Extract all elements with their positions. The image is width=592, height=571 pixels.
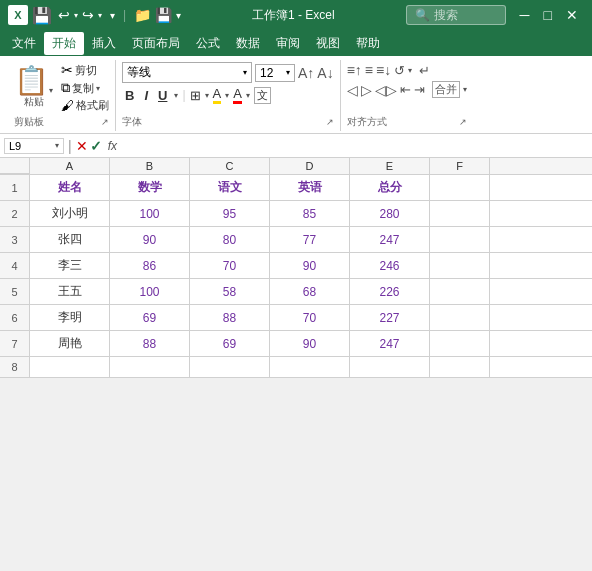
paste-dropdown[interactable]: ▾: [49, 86, 53, 95]
underline-dropdown[interactable]: ▾: [174, 91, 178, 100]
rotate-text-button[interactable]: ↺: [394, 63, 405, 78]
fill-color-button[interactable]: A: [213, 86, 222, 104]
cell-d8[interactable]: [270, 357, 350, 377]
close-button[interactable]: ✕: [560, 5, 584, 25]
menu-view[interactable]: 视图: [308, 32, 348, 55]
cell-f7[interactable]: [430, 331, 490, 356]
menu-insert[interactable]: 插入: [84, 32, 124, 55]
cell-d7[interactable]: 90: [270, 331, 350, 356]
align-top-center-button[interactable]: ≡: [365, 62, 373, 78]
cell-d5[interactable]: 68: [270, 279, 350, 304]
cell-c6[interactable]: 88: [190, 305, 270, 330]
scissors-icon[interactable]: ✂: [61, 62, 73, 78]
cell-a2[interactable]: 刘小明: [30, 201, 110, 226]
cell-d6[interactable]: 70: [270, 305, 350, 330]
font-size-selector[interactable]: 12 ▾: [255, 64, 295, 82]
cell-ref-dropdown[interactable]: ▾: [55, 141, 59, 150]
menu-review[interactable]: 审阅: [268, 32, 308, 55]
col-header-b[interactable]: B: [110, 158, 190, 174]
save-button[interactable]: 💾: [32, 5, 52, 25]
formula-fx-button[interactable]: fx: [104, 139, 121, 153]
menu-file[interactable]: 文件: [4, 32, 44, 55]
align-center-button[interactable]: ▷: [361, 82, 372, 98]
cell-d2[interactable]: 85: [270, 201, 350, 226]
cell-b4[interactable]: 86: [110, 253, 190, 278]
font-name-selector[interactable]: 等线 ▾: [122, 62, 252, 83]
merge-cells-button[interactable]: 合并: [432, 81, 460, 98]
maximize-button[interactable]: □: [538, 5, 558, 25]
cell-c7[interactable]: 69: [190, 331, 270, 356]
font-color-dropdown[interactable]: ▾: [246, 91, 250, 100]
cell-e2[interactable]: 280: [350, 201, 430, 226]
cell-c1[interactable]: 语文: [190, 175, 270, 200]
cell-e3[interactable]: 247: [350, 227, 430, 252]
col-header-c[interactable]: C: [190, 158, 270, 174]
menu-page-layout[interactable]: 页面布局: [124, 32, 188, 55]
cell-e5[interactable]: 226: [350, 279, 430, 304]
cell-f4[interactable]: [430, 253, 490, 278]
cell-a7[interactable]: 周艳: [30, 331, 110, 356]
cell-d3[interactable]: 77: [270, 227, 350, 252]
cell-c5[interactable]: 58: [190, 279, 270, 304]
cell-a3[interactable]: 张四: [30, 227, 110, 252]
cell-c2[interactable]: 95: [190, 201, 270, 226]
cell-f8[interactable]: [430, 357, 490, 377]
cell-c3[interactable]: 80: [190, 227, 270, 252]
minimize-button[interactable]: ─: [514, 5, 536, 25]
border-button[interactable]: ⊞: [190, 88, 201, 103]
cell-c4[interactable]: 70: [190, 253, 270, 278]
formula-cancel-button[interactable]: ✕: [76, 138, 88, 154]
menu-home[interactable]: 开始: [44, 32, 84, 55]
cell-f1[interactable]: [430, 175, 490, 200]
paste-icon[interactable]: 📋: [14, 67, 49, 95]
cell-b3[interactable]: 90: [110, 227, 190, 252]
align-right-button[interactable]: ◁▷: [375, 82, 397, 98]
col-header-d[interactable]: D: [270, 158, 350, 174]
cell-f5[interactable]: [430, 279, 490, 304]
paste-btn-area[interactable]: 📋 ▾: [14, 67, 53, 95]
cell-a6[interactable]: 李明: [30, 305, 110, 330]
cell-a5[interactable]: 王五: [30, 279, 110, 304]
undo-button[interactable]: ↩: [56, 5, 72, 25]
font-increase-button[interactable]: A↑: [298, 65, 314, 81]
menu-data[interactable]: 数据: [228, 32, 268, 55]
wrap-text-button[interactable]: 文: [254, 87, 271, 104]
menu-help[interactable]: 帮助: [348, 32, 388, 55]
border-dropdown[interactable]: ▾: [205, 91, 209, 100]
copy-dropdown[interactable]: ▾: [96, 84, 100, 93]
cell-a8[interactable]: [30, 357, 110, 377]
align-top-left-button[interactable]: ≡↑: [347, 62, 362, 78]
copy-icon[interactable]: ⧉: [61, 80, 70, 96]
save-icon[interactable]: 💾: [155, 7, 172, 23]
cell-d4[interactable]: 90: [270, 253, 350, 278]
cell-b1[interactable]: 数学: [110, 175, 190, 200]
menu-formula[interactable]: 公式: [188, 32, 228, 55]
formula-input[interactable]: [123, 139, 588, 153]
cell-e7[interactable]: 247: [350, 331, 430, 356]
font-dropdown-arrow[interactable]: ▾: [243, 68, 247, 77]
fill-dropdown[interactable]: ▾: [225, 91, 229, 100]
font-size-dropdown[interactable]: ▾: [286, 68, 290, 77]
decrease-indent-button[interactable]: ⇤: [400, 82, 411, 97]
formula-confirm-button[interactable]: ✓: [90, 138, 102, 154]
cell-reference-box[interactable]: L9 ▾: [4, 138, 64, 154]
font-decrease-button[interactable]: A↓: [317, 65, 333, 81]
cell-e8[interactable]: [350, 357, 430, 377]
search-box[interactable]: 🔍: [406, 5, 506, 25]
font-color-button[interactable]: A: [233, 86, 242, 104]
cell-f6[interactable]: [430, 305, 490, 330]
cell-a4[interactable]: 李三: [30, 253, 110, 278]
cell-b2[interactable]: 100: [110, 201, 190, 226]
col-header-e[interactable]: E: [350, 158, 430, 174]
col-header-a[interactable]: A: [30, 158, 110, 174]
cell-d1[interactable]: 英语: [270, 175, 350, 200]
cell-a1[interactable]: 姓名: [30, 175, 110, 200]
cell-b7[interactable]: 88: [110, 331, 190, 356]
cell-c8[interactable]: [190, 357, 270, 377]
redo-button[interactable]: ↪: [80, 5, 96, 25]
merge-dropdown[interactable]: ▾: [463, 85, 467, 94]
increase-indent-button[interactable]: ⇥: [414, 82, 425, 97]
redo-dropdown[interactable]: ▾: [98, 11, 102, 20]
alignment-expand[interactable]: ↗: [459, 117, 467, 127]
open-folder-icon[interactable]: 📁: [134, 7, 151, 23]
